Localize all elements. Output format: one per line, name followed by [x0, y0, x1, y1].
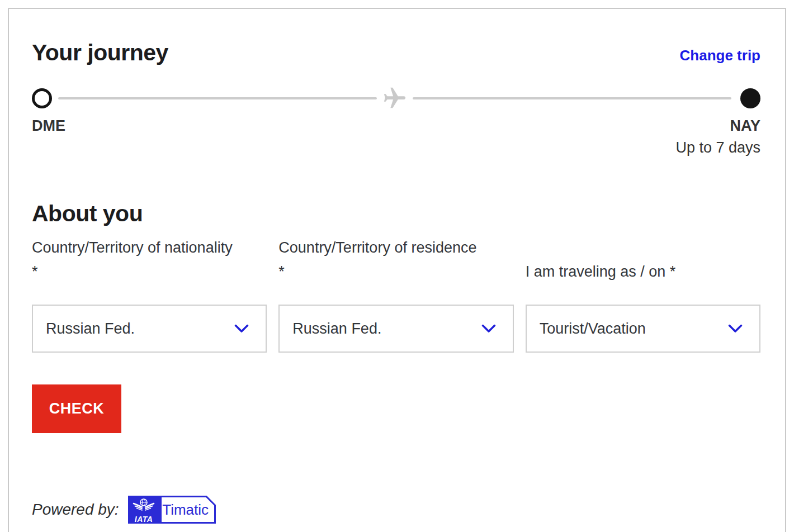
about-title: About you [32, 200, 760, 227]
nationality-value: Russian Fed. [46, 320, 135, 338]
visa-check-card: Your journey Change trip DME NAY Up to 7… [8, 8, 786, 532]
origin-code: DME [32, 117, 65, 156]
check-button[interactable]: CHECK [32, 384, 121, 433]
field-nationality: Country/Territory of nationality * Russi… [32, 236, 267, 353]
about-fields: Country/Territory of nationality * Russi… [32, 236, 760, 353]
journey-title: Your journey [32, 39, 168, 66]
travel-purpose-select[interactable]: Tourist/Vacation [526, 305, 760, 353]
residence-label: Country/Territory of residence * [278, 236, 513, 284]
stay-duration: Up to 7 days [675, 139, 760, 156]
origin-marker [32, 88, 52, 108]
powered-by-row: Powered by: IATA [32, 496, 760, 524]
timeline-line-right [413, 97, 731, 99]
field-travel-purpose: I am traveling as / on * Tourist/Vacatio… [526, 236, 760, 353]
iata-winged-globe-icon [133, 498, 155, 515]
chevron-down-icon [481, 324, 496, 334]
iata-logo-text: IATA [135, 515, 153, 523]
plane-icon [382, 86, 408, 111]
destination-code: NAY [730, 117, 760, 134]
residence-value: Russian Fed. [292, 320, 381, 338]
nationality-label: Country/Territory of nationality * [32, 236, 267, 284]
powered-by-label: Powered by: [32, 501, 119, 519]
chevron-down-icon [728, 324, 743, 334]
change-trip-link[interactable]: Change trip [680, 47, 760, 64]
journey-codes: DME NAY Up to 7 days [32, 117, 760, 156]
destination-info: NAY Up to 7 days [675, 117, 760, 156]
chevron-down-icon [234, 324, 249, 334]
residence-select[interactable]: Russian Fed. [278, 305, 513, 353]
iata-timatic-logo: IATA Timatic [128, 496, 216, 524]
travel-purpose-value: Tourist/Vacation [540, 320, 646, 338]
timatic-logo-text: Timatic [160, 496, 211, 524]
iata-logo-square: IATA [128, 496, 160, 524]
journey-header: Your journey Change trip [32, 39, 760, 66]
destination-marker [740, 88, 760, 108]
timeline-line-left [58, 97, 377, 99]
travel-purpose-label: I am traveling as / on * [526, 236, 760, 284]
journey-timeline [32, 88, 760, 108]
field-residence: Country/Territory of residence * Russian… [278, 236, 513, 353]
timatic-logo-tag: Timatic [160, 496, 216, 524]
nationality-select[interactable]: Russian Fed. [32, 305, 267, 353]
